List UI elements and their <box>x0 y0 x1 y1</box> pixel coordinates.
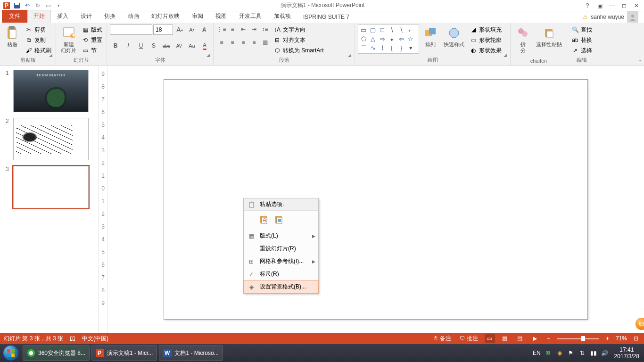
security-icon[interactable]: ⛨ <box>545 349 552 357</box>
decrease-indent-button[interactable]: ⇤ <box>238 25 248 34</box>
find-button[interactable]: 🔍查找 <box>570 25 594 35</box>
tab-transitions[interactable]: 切换 <box>98 10 122 23</box>
replace-button[interactable]: ab替换 <box>570 35 594 45</box>
reading-view-icon[interactable]: ▤ <box>515 334 525 343</box>
shape-outline-button[interactable]: ▭形状轮廓 <box>468 35 503 45</box>
minimize-icon[interactable]: — <box>607 1 617 10</box>
language-status[interactable]: 中文(中国) <box>82 335 108 343</box>
align-right-button[interactable]: ≡ <box>238 38 248 47</box>
columns-button[interactable]: ▥ <box>260 38 270 47</box>
start-button[interactable] <box>0 344 22 362</box>
tab-ispring[interactable]: ISPRING SUITE 7 <box>297 11 355 23</box>
shape-gallery[interactable]: ▭▢□∖∖⌐ ⬠△⇨⬥⇦☆ ⌒∿⌇{}▾ <box>358 25 419 54</box>
undo-icon[interactable]: ↶ <box>23 1 32 10</box>
ctx-reset[interactable]: 重设幻灯片(R) <box>244 242 318 255</box>
numbering-button[interactable]: ≡ <box>227 25 238 34</box>
text-direction-button[interactable]: ↕A文字方向 <box>272 25 325 35</box>
collapse-ribbon-icon[interactable]: ⌃ <box>636 58 643 65</box>
app-icon[interactable]: P <box>2 1 11 10</box>
spacing-button[interactable]: AV <box>173 41 185 51</box>
repeat-icon[interactable]: ↻ <box>33 1 42 10</box>
ribbon-display-icon[interactable]: ▣ <box>595 1 604 10</box>
avatar[interactable] <box>627 11 638 23</box>
align-left-button[interactable]: ≡ <box>216 38 227 47</box>
thumb-preview[interactable] <box>13 166 89 208</box>
bold-button[interactable]: B <box>110 41 121 51</box>
shrink-font-button[interactable]: A▾ <box>186 25 198 35</box>
font-size-input[interactable]: 18 <box>153 25 173 35</box>
ctx-ruler[interactable]: ✓标尺(R) <box>244 268 318 280</box>
zoom-level[interactable]: 71% <box>616 335 627 342</box>
grow-font-button[interactable]: A▴ <box>174 25 185 35</box>
line-spacing-button[interactable]: ↕≡ <box>260 25 270 34</box>
align-center-button[interactable]: ≡ <box>227 38 238 47</box>
spell-check-icon[interactable]: 🕮 <box>70 335 75 342</box>
new-slide-button[interactable]: ✦ 新建 幻灯片 <box>59 25 78 55</box>
underline-button[interactable]: U <box>135 41 147 51</box>
zoom-in-button[interactable]: + <box>604 335 611 342</box>
tab-developer[interactable]: 开发工具 <box>233 10 268 23</box>
user-area[interactable]: ⚠ sanhe wuyue <box>579 11 642 23</box>
usb-icon[interactable]: ⇅ <box>578 349 586 357</box>
dialog-launcher-icon[interactable]: ◢ <box>348 53 354 58</box>
volume-icon[interactable]: 🔊 <box>601 349 609 357</box>
taskbar-browser[interactable]: 360安全浏览器 8... <box>23 346 90 361</box>
shape-effects-button[interactable]: ◐形状效果 <box>468 45 503 56</box>
cut-button[interactable]: ✂剪切 <box>24 25 53 35</box>
notes-button[interactable]: ≛ 备注 <box>431 335 453 343</box>
dialog-launcher-icon[interactable]: ◢ <box>504 53 509 58</box>
split-button[interactable]: 拆 分 <box>513 25 532 55</box>
dialog-launcher-icon[interactable]: ◢ <box>206 53 212 58</box>
normal-view-icon[interactable]: ▭ <box>485 334 495 343</box>
network-icon[interactable]: ▮▮ <box>590 349 597 357</box>
tab-addins[interactable]: 加载项 <box>268 10 297 23</box>
italic-button[interactable]: I <box>123 41 134 51</box>
zoom-slider[interactable] <box>557 338 599 339</box>
layout-button[interactable]: ▦版式 <box>80 25 104 35</box>
arrange-button[interactable]: 排列 <box>421 25 440 49</box>
ctx-background-format[interactable]: ◈设置背景格式(B)... <box>244 280 318 293</box>
slideshow-view-icon[interactable]: ▶ <box>530 334 540 343</box>
paste-button[interactable]: 粘贴 <box>3 25 22 49</box>
tab-view[interactable]: 视图 <box>209 10 233 23</box>
fit-window-icon[interactable]: ⊡ <box>632 335 640 342</box>
action-center-icon[interactable]: ⚑ <box>567 349 575 357</box>
increase-indent-button[interactable]: ⇥ <box>249 25 259 34</box>
paste-picture-icon[interactable] <box>273 214 285 226</box>
tab-home[interactable]: 开始 <box>27 10 51 23</box>
tab-file[interactable]: 文件 <box>2 10 27 23</box>
slide-area[interactable] <box>107 66 644 333</box>
thumbnail-pane[interactable]: 1 TERMINATOR 2 3 <box>0 66 99 333</box>
bullets-button[interactable]: ⋮≡ <box>216 25 227 34</box>
tab-animations[interactable]: 动画 <box>122 10 145 23</box>
thumb-preview[interactable] <box>13 118 89 160</box>
format-painter-button[interactable]: 🖌格式刷 <box>24 45 53 56</box>
start-from-beginning-icon[interactable]: ▭ <box>43 1 53 10</box>
slide-canvas[interactable] <box>164 79 588 320</box>
zoom-out-button[interactable]: − <box>545 335 552 342</box>
taskbar-word[interactable]: W文档1 - Microso... <box>159 346 223 361</box>
ctx-layout[interactable]: ▦版式(L)▶ <box>244 230 318 242</box>
case-button[interactable]: Aa <box>186 41 198 51</box>
paste-special-button[interactable]: 选择性粘贴 <box>534 25 564 49</box>
save-icon[interactable] <box>12 1 22 10</box>
accelerator-badge[interactable]: 69 <box>636 318 644 330</box>
clock[interactable]: 17:412017/3/28 <box>612 346 641 360</box>
help-icon[interactable]: ? <box>583 1 592 10</box>
shape-fill-button[interactable]: ◢形状填充 <box>468 25 503 35</box>
align-text-button[interactable]: ⊟对齐文本 <box>272 35 325 45</box>
thumb-preview[interactable]: TERMINATOR <box>13 70 89 112</box>
thumb-1[interactable]: 1 TERMINATOR <box>6 70 93 112</box>
comments-button[interactable]: 🗨 批注 <box>458 335 480 343</box>
taskbar-powerpoint[interactable]: P演示文稿1 - Micr... <box>91 346 157 361</box>
clear-format-button[interactable]: A̷ <box>198 25 210 35</box>
smartart-button[interactable]: ⬡转换为 SmartArt <box>272 45 325 56</box>
slide-counter[interactable]: 幻灯片 第 3 张，共 3 张 <box>4 335 63 343</box>
quickstyles-button[interactable]: 快速样式 <box>442 25 466 49</box>
tab-slideshow[interactable]: 幻灯片放映 <box>145 10 186 23</box>
ctx-grid[interactable]: ⊞网格和参考线(I)...▶ <box>244 255 318 268</box>
font-color-button[interactable]: A <box>199 41 210 51</box>
reset-button[interactable]: ⟲重置 <box>80 35 104 45</box>
ime-indicator[interactable]: EN <box>533 350 541 356</box>
justify-button[interactable]: ≡ <box>249 38 259 47</box>
